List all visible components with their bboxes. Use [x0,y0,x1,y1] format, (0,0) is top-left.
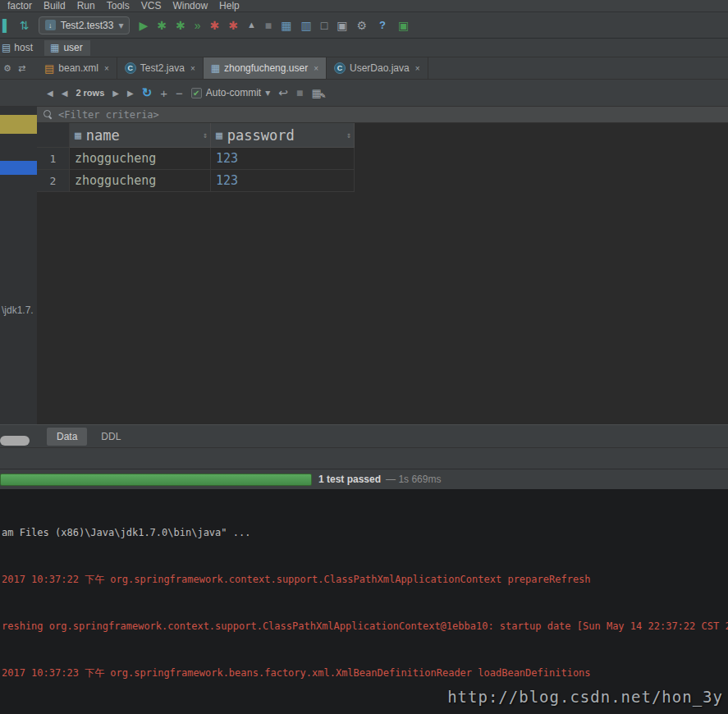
coverage-report-icon[interactable]: ▦ [281,20,291,31]
tab-label: bean.xml [58,62,98,74]
auto-commit-label: Auto-commit [206,87,261,98]
cell-name[interactable]: zhoggucheng [70,170,211,192]
menu-item-build[interactable]: Build [38,0,71,11]
column-label: password [227,127,295,144]
menu-item-vcs[interactable]: VCS [135,0,167,11]
run-console: am Files (x86)\Java\jdk1.7.0\bin\java" .… [0,489,728,714]
filter-criteria-input[interactable] [58,109,387,121]
run-icon[interactable]: ▶ [139,20,148,31]
row-count-label: 2 rows [76,88,104,98]
first-page-icon[interactable]: ◀ [47,89,53,98]
column-header-password[interactable]: ▦ password ⇕ [211,123,355,148]
breadcrumb-row: ▤ host ▦ user [0,39,728,57]
table-icon: ▦ [50,43,59,53]
gear-icon[interactable]: ⚙ [3,64,11,73]
switch-icon[interactable]: ⇄ [18,64,25,73]
structure-view-icon[interactable]: □ [321,20,327,31]
run-toolwindow-strip [0,447,728,469]
column-icon: ▦ [75,129,81,141]
database-icon[interactable]: ▥ [301,20,312,31]
tab-label: zhongfucheng.user [224,62,308,74]
run-configuration-select[interactable]: ↓ Test2.test33 ▾ [39,16,130,34]
sort-icon[interactable]: ⇕ [203,130,208,140]
table-editor: ◀ ◀ 2 rows ▶ ▶ ↻ + − ✔ Auto-commit ▾ ↩ ■… [37,80,728,424]
delete-row-icon[interactable]: − [176,86,183,100]
add-row-icon[interactable]: + [160,86,167,100]
close-icon[interactable]: × [314,64,318,73]
console-line: am Files (x86)\Java\jdk1.7.0\bin\java" .… [2,525,728,541]
console-line: reshing org.springframework.context.supp… [2,619,728,634]
tab-ddl[interactable]: DDL [91,428,130,446]
sync-icon[interactable]: ⇅ [20,20,30,31]
column-header-name[interactable]: ▦ name ⇕ [70,123,211,148]
tab-label: UserDao.java [350,62,410,74]
help-icon[interactable]: ? [376,19,389,32]
toolwindow-partial-icon[interactable]: ▌ [2,20,11,31]
horizontal-scrollbar-thumb[interactable] [0,436,30,446]
test-status-bar: 1 test passed — 1s 669ms [0,469,728,489]
project-panel-edge: \jdk1.7. [0,80,37,424]
filter-bar [37,107,728,123]
auto-commit-toggle[interactable]: ✔ Auto-commit ▾ [191,87,270,98]
table-row: 1 zhoggucheng 123 [37,148,728,170]
chevron-down-icon: ▾ [118,20,123,31]
close-icon[interactable]: × [415,64,420,73]
step-icon[interactable]: ▲ [247,21,256,30]
class-icon: C [334,62,346,74]
grid-header-row: ▦ name ⇕ ▦ password ⇕ [37,123,728,148]
tree-node-jdk-path[interactable]: \jdk1.7. [2,304,34,316]
editor-tabs-gutter: ⚙ ⇄ [0,57,37,79]
class-icon: C [125,62,136,74]
stop-query-icon[interactable]: ■ [296,87,303,98]
row-number[interactable]: 2 [37,170,70,192]
menu-item-refactor[interactable]: factor [2,0,38,11]
table-tab-user[interactable]: ▦ user [44,40,90,56]
last-page-icon[interactable]: ▶ [127,89,134,98]
run-anything-icon[interactable]: » [195,20,201,31]
main-area: \jdk1.7. ◀ ◀ 2 rows ▶ ▶ ↻ + − ✔ Auto-com… [0,80,728,424]
hotswap-icon[interactable]: ✱ [209,20,219,31]
cell-password[interactable]: 123 [211,148,355,170]
previous-page-icon[interactable]: ◀ [62,89,68,98]
settings-icon[interactable]: ⚙ [356,20,367,31]
tree-node-highlighted[interactable] [0,115,37,134]
run-config-icon: ↓ [45,20,56,30]
coverage-icon[interactable]: ✱ [157,20,167,31]
breadcrumb-host[interactable]: ▤ host [0,42,33,53]
submit-dml-icon[interactable]: ▦ ✎ [311,86,324,99]
tab-bean-xml[interactable]: ▤ bean.xml × [37,57,117,79]
test-result-text: 1 test passed — 1s 669ms [318,474,441,485]
revert-icon[interactable]: ↩ [278,87,288,98]
calendar-icon[interactable]: ▣ [337,20,347,31]
row-number[interactable]: 1 [37,148,70,170]
tab-zhongfucheng-user[interactable]: ▦ zhongfucheng.user × [204,57,327,79]
tab-data[interactable]: Data [47,428,87,446]
table-tab-label: user [63,42,82,53]
table-icon: ▦ [211,63,220,73]
tests-passed-label: 1 test passed [318,474,381,485]
host-icon: ▤ [2,43,11,53]
chevron-down-icon: ▾ [265,87,270,98]
console-line: 2017 10:37:23 下午 org.springframework.bea… [2,666,728,681]
sort-icon[interactable]: ⇕ [346,130,351,140]
tab-userdao-java[interactable]: C UserDao.java × [327,57,428,79]
next-page-icon[interactable]: ▶ [112,89,119,98]
close-icon[interactable]: × [190,64,195,73]
stop-icon[interactable]: ■ [265,20,272,31]
cell-password[interactable]: 123 [211,170,355,192]
close-icon[interactable]: × [104,64,109,73]
tree-node-selected[interactable] [0,161,37,175]
debug-icon[interactable]: ✱ [228,20,238,31]
update-project-icon[interactable]: ▣ [398,20,409,31]
reload-icon[interactable]: ↻ [142,85,153,100]
menu-item-help[interactable]: Help [213,0,245,11]
menu-item-window[interactable]: Window [167,0,213,11]
tab-test2-java[interactable]: C Test2.java × [117,57,204,79]
column-icon: ▦ [216,129,222,141]
editor-bottom-tabs: Data DDL [0,424,728,447]
menu-item-run[interactable]: Run [71,0,101,11]
rerun-icon[interactable]: ✱ [176,20,185,31]
menu-bar: factor Build Run Tools VCS Window Help [0,0,728,12]
menu-item-tools[interactable]: Tools [101,0,135,11]
cell-name[interactable]: zhoggucheng [70,148,211,170]
